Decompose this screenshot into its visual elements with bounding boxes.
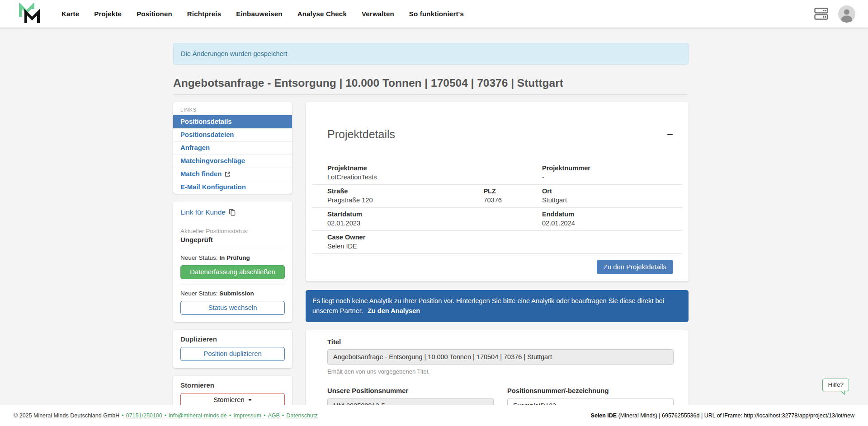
session-user: Selen IDE	[591, 412, 617, 419]
success-alert-text: Die Änderungen wurden gespeichert	[181, 50, 287, 57]
field-value: Stuttgart	[542, 197, 682, 204]
go-to-analyses-link[interactable]: Zu den Analysen	[368, 307, 420, 314]
server-stack-icon	[814, 8, 828, 20]
copyright-text: © 2025 Mineral Minds Deutschland GmbH	[14, 412, 119, 419]
sidebar-item-matchingvorschlaege[interactable]: Matchingvorschläge	[173, 154, 292, 168]
sidebar-item-positionsdateien[interactable]: Positionsdateien	[173, 128, 292, 141]
separator-dot: •	[282, 412, 284, 419]
new-status-value: In Prüfung	[219, 254, 250, 261]
new-status-value: Submission	[219, 290, 254, 297]
nav-item-so-funktionierts[interactable]: So funktioniert's	[409, 10, 464, 18]
field-label: Projektname	[327, 164, 542, 172]
project-row: Straße Pragstraße 120 PLZ 70376 Ort Stut…	[312, 185, 682, 208]
separator-dot: •	[165, 412, 166, 419]
separator-dot: •	[229, 412, 231, 419]
title-divider	[173, 94, 689, 95]
links-header: LINKS	[173, 105, 292, 115]
agb-link[interactable]: AGB	[268, 412, 279, 419]
links-card: LINKS Positionsdetails Positionsdateien …	[173, 102, 292, 194]
project-row: Case Owner Selen IDE	[312, 231, 682, 254]
sidebar-item-label: Anfragen	[180, 144, 210, 151]
footer: © 2025 Mineral Minds Deutschland GmbH•07…	[0, 405, 868, 426]
help-button[interactable]: Hilfe?	[822, 379, 849, 391]
external-link-icon	[225, 171, 231, 177]
new-status-line-1: Neuer Status: In Prüfung	[180, 254, 285, 261]
success-alert: Die Änderungen wurden gespeichert	[173, 43, 689, 65]
sidebar-item-email-konfiguration[interactable]: E-Mail Konfiguration	[173, 181, 292, 194]
divider	[180, 249, 285, 249]
divider	[180, 285, 285, 285]
field-value: 02.01.2023	[327, 220, 542, 227]
titel-helper: Erhält den von uns vorgegebenen Titel.	[327, 368, 674, 375]
separator-dot: •	[264, 412, 265, 419]
customer-link[interactable]: Link für Kunde	[180, 208, 236, 216]
field-label: Projektnummer	[542, 164, 682, 172]
field-label: Startdatum	[327, 211, 542, 218]
user-avatar-icon	[838, 5, 855, 23]
custom-position-number-input[interactable]	[507, 398, 674, 405]
our-position-number-input	[327, 398, 494, 405]
caret-down-icon	[248, 399, 252, 401]
current-status-value: Ungeprüft	[180, 236, 285, 243]
duplicate-position-button[interactable]: Position duplizieren	[180, 347, 285, 361]
sidebar-item-anfragen[interactable]: Anfragen	[173, 141, 292, 154]
field-label: Enddatum	[542, 211, 682, 218]
analytics-banner: Es liegt noch keine Analytik zu Ihrer Po…	[306, 290, 689, 322]
nav-item-richtpreis[interactable]: Richtpreis	[187, 10, 221, 18]
help-button-label: Hilfe?	[828, 381, 844, 388]
collapse-section-icon[interactable]	[667, 134, 673, 135]
sidebar-item-label: Positionsdateien	[180, 131, 234, 138]
duplicate-card: Duplizieren Position duplizieren	[173, 330, 292, 368]
project-details-heading: Projektdetails	[327, 128, 395, 141]
sidebar-item-label: Match finden	[180, 170, 222, 178]
switch-status-button[interactable]: Status wechseln	[180, 301, 285, 315]
impressum-link[interactable]: Impressum	[233, 412, 261, 419]
field-label: PLZ	[483, 187, 542, 195]
separator-dot: •	[122, 412, 123, 419]
cancel-dropdown-button[interactable]: Stornieren	[180, 393, 285, 405]
cancel-button-label: Stornieren	[213, 396, 244, 403]
user-avatar-button[interactable]	[838, 5, 855, 23]
footer-left: © 2025 Mineral Minds Deutschland GmbH•07…	[14, 412, 318, 419]
topbar-actions	[814, 5, 855, 23]
customer-link-label: Link für Kunde	[180, 208, 226, 216]
nav-item-positionen[interactable]: Positionen	[137, 10, 172, 18]
phone-link[interactable]: 07151/250100	[126, 412, 162, 419]
main-menu: Karte Projekte Positionen Richtpreis Ein…	[61, 10, 464, 18]
session-details: (Mineral Minds) | 69576255536d | URL of …	[617, 412, 854, 419]
logo-icon	[18, 3, 42, 25]
page-title: Angebotsanfrage - Entsorgung | 10.000 To…	[173, 77, 689, 89]
sidebar-item-label: Positionsdetails	[180, 118, 231, 125]
nav-item-verwalten[interactable]: Verwalten	[362, 10, 394, 18]
field-value: Selen IDE	[327, 243, 682, 250]
go-to-project-details-button[interactable]: Zu den Projektdetails	[597, 260, 673, 274]
nav-item-einbauweisen[interactable]: Einbauweisen	[236, 10, 282, 18]
sidebar-item-match-finden[interactable]: Match finden	[173, 168, 292, 181]
status-card: Link für Kunde Aktueller Positionsstatus…	[173, 201, 292, 322]
titel-input	[327, 349, 674, 365]
titel-label: Titel	[327, 338, 341, 346]
server-stack-button[interactable]	[814, 8, 828, 20]
field-label: Straße	[327, 187, 483, 195]
sidebar-item-positionsdetails[interactable]: Positionsdetails	[173, 115, 292, 128]
field-value: LotCreationTests	[327, 173, 542, 181]
field-value: 02.01.2024	[542, 220, 682, 227]
finish-data-entry-button[interactable]: Datenerfassung abschließen	[180, 265, 285, 279]
current-status-label: Aktueller Positionsstatus:	[180, 228, 285, 234]
mineral-minds-logo[interactable]	[18, 3, 42, 25]
copy-icon	[229, 209, 236, 216]
nav-item-karte[interactable]: Karte	[61, 10, 79, 18]
sidebar-item-label: E-Mail Konfiguration	[180, 183, 246, 191]
cancel-card: Stornieren Stornieren	[173, 376, 292, 405]
datenschutz-link[interactable]: Datenschutz	[286, 412, 317, 419]
nav-item-projekte[interactable]: Projekte	[94, 10, 122, 18]
sidebar-item-label: Matchingvorschläge	[180, 157, 245, 164]
email-link[interactable]: info@mineral-minds.de	[169, 412, 227, 419]
sidebar: LINKS Positionsdetails Positionsdateien …	[173, 102, 292, 405]
field-value: Pragstraße 120	[327, 197, 483, 204]
project-row: Projektname LotCreationTests Projektnumm…	[312, 162, 682, 185]
cancel-heading: Stornieren	[180, 381, 285, 389]
analytics-banner-text: Es liegt noch keine Analytik zu Ihrer Po…	[312, 297, 664, 315]
nav-item-analyse-check[interactable]: Analyse Check	[297, 10, 347, 18]
page-scroll-area: Die Änderungen wurden gespeichert Angebo…	[0, 28, 868, 405]
